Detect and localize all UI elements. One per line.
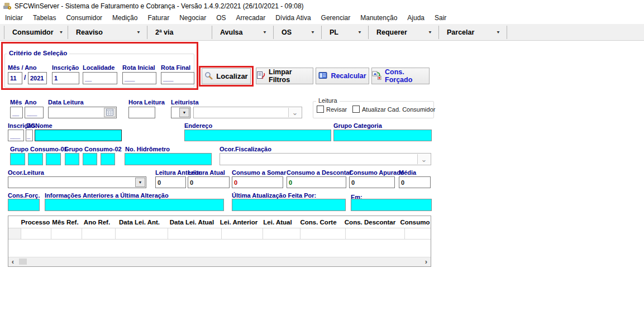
grid-col-cons-corte[interactable]: Cons. Corte — [296, 219, 341, 226]
menu-manutencao[interactable]: Manutenção — [355, 12, 402, 24]
chevron-down-icon[interactable]: ▼ — [428, 30, 432, 35]
leiturista-name-combobox[interactable]: ⌄ — [193, 107, 302, 118]
ultima-atualizacao-field[interactable] — [232, 199, 346, 211]
no-hidrometro-field[interactable] — [125, 153, 212, 165]
inscricao-input[interactable]: ___ — [8, 130, 24, 141]
em-field[interactable] — [351, 199, 432, 211]
revisar-checkbox-label[interactable]: Revisar — [326, 106, 347, 113]
menu-medicao[interactable]: Medição — [107, 12, 142, 24]
grupo-consumo-02-field-2[interactable] — [83, 153, 97, 165]
grid-col-cons-descontar[interactable]: Cons. Descontar — [341, 219, 399, 226]
leitura-atual-input[interactable]: 0 — [188, 176, 230, 188]
mes-input[interactable]: __ — [10, 107, 23, 118]
grid-col-data-lei-atual[interactable]: Data Lei. Atual — [165, 219, 218, 226]
grid-col-lei-atual[interactable]: Lei. Atual — [259, 219, 296, 226]
ocor-leitura-combobox[interactable]: ▼ — [8, 176, 146, 188]
consumo-a-somar-input[interactable]: 0 — [232, 176, 283, 188]
grid-col-processo[interactable]: Processo — [21, 219, 50, 226]
scroll-left-icon[interactable]: ‹ — [8, 257, 17, 266]
chevron-down-icon[interactable]: ▼ — [357, 30, 362, 35]
menu-iniciar[interactable]: Iniciar — [0, 12, 28, 24]
grid-horizontal-scrollbar[interactable]: ‹ › — [8, 257, 431, 266]
ocor-fiscalizacao-value — [220, 156, 222, 162]
application-window: SFCWinServer - Sistema de Faturamento e … — [0, 0, 644, 335]
chevron-down-icon[interactable]: ⌄ — [417, 154, 430, 164]
menu-consumidor[interactable]: Consumidor — [61, 12, 107, 24]
menu-negociar[interactable]: Negociar — [174, 12, 211, 24]
grid-col-mes-ref[interactable]: Mês Ref. — [50, 219, 80, 226]
grupo-consumo-01-label: Grupo Consumo-01 — [10, 146, 68, 153]
revisar-checkbox[interactable] — [317, 106, 324, 113]
grupo-consumo-02-field-3[interactable] — [101, 153, 115, 165]
leiturista-code-combobox[interactable]: ▼ — [171, 107, 190, 118]
ano-input[interactable]: ___ — [25, 107, 44, 118]
recalcular-button[interactable]: Recalcular — [316, 68, 369, 84]
menu-arrecadar[interactable]: Arrecadar — [231, 12, 271, 24]
menu-ajuda[interactable]: Ajuda — [402, 12, 430, 24]
toolbar-requerer-button[interactable]: Requerer▼ — [369, 24, 438, 40]
menu-sair[interactable]: Sair — [430, 12, 451, 24]
ocor-fiscalizacao-combobox[interactable]: ⌄ — [220, 153, 431, 165]
grupo-consumo-02-field-1[interactable] — [65, 153, 79, 165]
leiturista-code-value — [171, 109, 173, 116]
toolbar-consumidor-button[interactable]: Consumidor▼ — [4, 24, 68, 40]
chevron-down-icon[interactable]: ▼ — [311, 30, 315, 35]
rota-final-input[interactable]: ___ — [161, 72, 194, 84]
atualizar-cad-checkbox-label[interactable]: Atualizar Cad. Consumidor — [362, 106, 435, 113]
limpar-filtros-button[interactable]: Limpar Filtros — [256, 68, 313, 84]
calendar-button[interactable] — [104, 108, 116, 117]
grid-col-lei-anterior[interactable]: Lei. Anterior — [218, 219, 259, 226]
leitura-anterior-input[interactable]: 0 — [155, 176, 186, 188]
media-input[interactable]: 0 — [399, 176, 431, 188]
rota-inicial-input[interactable]: ___ — [122, 72, 156, 84]
toolbar-avulsa-button[interactable]: Avulsa▼ — [212, 24, 273, 40]
toolbar-reaviso-button[interactable]: Reaviso▼ — [68, 24, 147, 40]
chevron-down-icon[interactable]: ▼ — [59, 30, 64, 35]
cons-forcado-button[interactable]: Cons. Forçado — [371, 68, 430, 84]
localizar-button[interactable]: Localizar — [202, 68, 251, 84]
chevron-down-icon[interactable]: ▼ — [496, 30, 500, 35]
dg-input[interactable]: _ — [26, 130, 33, 141]
data-leitura-input[interactable] — [48, 107, 117, 118]
dropdown-arrow-icon[interactable]: ▼ — [135, 178, 145, 187]
menu-gerenciar[interactable]: Gerenciar — [316, 12, 356, 24]
chevron-down-icon[interactable]: ⌄ — [288, 108, 301, 117]
scrollbar-thumb[interactable] — [19, 259, 27, 265]
scroll-right-icon[interactable]: › — [422, 257, 431, 266]
consumo-apurado-input[interactable]: 0 — [349, 176, 395, 188]
dropdown-arrow-icon[interactable]: ▼ — [179, 108, 189, 117]
chevron-down-icon[interactable]: ▼ — [136, 30, 141, 35]
nome-field[interactable] — [35, 130, 122, 141]
grid-col-consumo[interactable]: Consumo — [399, 219, 431, 226]
toolbar-2avia-button[interactable]: 2ª via — [147, 24, 212, 40]
consumo-apurado-label: Consumo Apurado — [349, 169, 404, 176]
grupo-categoria-field[interactable] — [333, 130, 432, 141]
ano-criterio-input[interactable]: 2021 — [28, 72, 47, 84]
grid-col-data-lei-ant[interactable]: Data Lei. Ant. — [113, 219, 165, 226]
window-title: SFCWinServer - Sistema de Faturamento e … — [15, 0, 304, 12]
localidade-input[interactable]: __ — [83, 72, 117, 84]
clear-filters-icon — [256, 71, 265, 82]
menu-tabelas[interactable]: Tabelas — [28, 12, 61, 24]
toolbar-os-button[interactable]: OS▼ — [274, 24, 321, 40]
grid-col-ano-ref[interactable]: Ano Ref. — [80, 219, 113, 226]
menu-faturar[interactable]: Faturar — [142, 12, 174, 24]
atualizar-cad-checkbox[interactable] — [352, 106, 360, 113]
cons-forc-field[interactable] — [8, 199, 40, 211]
grupo-consumo-01-field-1[interactable] — [10, 153, 25, 165]
chevron-down-icon[interactable]: ▼ — [263, 30, 267, 35]
ocor-leitura-value — [8, 179, 10, 186]
inscricao-criterio-input[interactable]: 1 — [52, 72, 79, 84]
menu-divida-ativa[interactable]: Dívida Ativa — [270, 12, 316, 24]
media-label: Média — [399, 169, 416, 176]
toolbar-parcelar-button[interactable]: Parcelar▼ — [439, 24, 507, 40]
mes-criterio-input[interactable]: 11 — [8, 72, 22, 84]
consumo-a-descontar-input[interactable]: 0 — [287, 176, 346, 188]
toolbar-pl-button[interactable]: PL▼ — [322, 24, 368, 40]
grupo-consumo-01-field-3[interactable] — [46, 153, 61, 165]
info-anteriores-field[interactable] — [45, 199, 224, 211]
endereco-field[interactable] — [184, 130, 331, 141]
hora-leitura-input[interactable] — [128, 107, 155, 118]
menu-os[interactable]: OS — [211, 12, 231, 24]
grupo-consumo-01-field-2[interactable] — [28, 153, 43, 165]
